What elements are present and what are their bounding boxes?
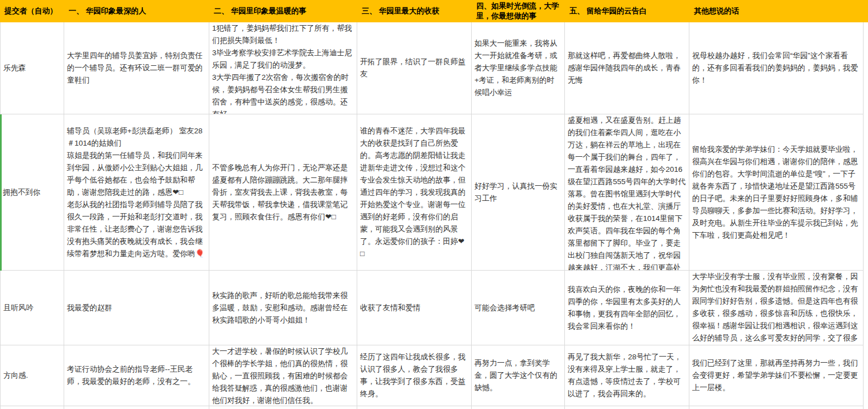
answer-cell[interactable]: 我们已经到了这里，那就再坚持再努力一些，我们会变得更好，希望学弟学妹们不要松懈，… [689,345,864,406]
answer-cell[interactable]: 再努力一点，拿到奖学金，圆了大学这个仅有的缺憾。 [472,345,565,406]
answer-cell[interactable]: 大学毕业没有学士服，没有毕业照，没有聚餐，因为匆忙也没有和我最爱的群姐拍照留作纪… [689,271,864,345]
answer-cell[interactable]: 如果大一能重来，我将从大一开始就准备考研，或者大学里继续多学点技能+考证，和老师… [472,22,565,114]
submitter-cell[interactable]: 方向感. [0,345,64,406]
answer-cell[interactable]: 1犯错了，姜妈妈帮我们扛下了所有，帮我们把损失降到最低！ 3毕业考察学校安排艺术… [209,22,357,114]
answer-cell[interactable]: 谁的青春不迷茫，大学四年我最大的收获是找到了自己所热爱的。高考志愿的阴差阳错让我… [357,114,472,271]
answer-cell[interactable]: 再见了我大新华，28号忙了一天，没有来得及穿上学士服，就走了，有点遗憾，等疫情过… [565,345,689,406]
column-header-q4[interactable]: 四、如果时光倒流，大学里，你最想做的事 [472,0,565,22]
answer-cell[interactable]: 留给我亲爱的学弟学妹们：今天学姐就要毕业啦，很高兴在华园与你们相遇，谢谢你们的陪… [689,114,864,271]
answer-cell[interactable]: 不管多晚总有人为你开门，无论严寒还是盛夏都有人陪你蹦蹦跳跳。大二那年腿摔骨折，室… [209,114,357,271]
empty-cell[interactable] [209,406,357,409]
empty-cell[interactable] [472,406,565,409]
answer-cell[interactable]: 好好学习，认真找一份实习工作 [472,114,565,271]
empty-cell[interactable] [64,406,209,409]
answer-cell[interactable]: 我喜欢白天的你，夜晚的你和一年四季的你，华园里有太多美好的人和事物，更我有四年全… [565,271,689,345]
submitter-name: 拥抱不到你 [3,186,61,199]
empty-cell[interactable] [0,406,64,409]
answer-cell[interactable]: 考证行动协会之前的指导老师--王民老师，我最爱的最好的老师，没有之一。 [64,345,209,406]
answer-cell[interactable]: 辅导员（吴琼老师+彭洪磊老师） 室友28＃1014的姑娘们 琼姐是我的第一任辅导… [64,114,209,271]
table-row-partial [0,406,864,409]
submitter-cell[interactable]: 且听风吟 [0,271,64,345]
answer-cell[interactable]: 经历了这四年让我成长很多，我认识了很多人，教会了我很多事，让我学到了很多东西，受… [357,345,472,406]
empty-cell[interactable] [689,406,864,409]
answer-cell[interactable]: 可能会选择考研吧 [472,271,565,345]
answer-cell[interactable]: 大一才进学校，暑假的时候认识了学校几个很棒的学长学姐，他们真的很热情，很贴心，一… [209,345,357,406]
column-header-q2[interactable]: 二、 华园里印象最温暖的事 [209,0,357,22]
answer-cell[interactable]: 秋实路的歌声，好听的歌总能给我带来很多温暖，鼓励，安慰和感动。感谢曾经在秋实路唱… [209,271,357,345]
selected-row-indicator [0,114,2,271]
table-row: 乐先森 大学里四年的辅导员姜宜婷，特别负责任的一个辅导员。还有环设二班一群可爱的… [0,22,864,114]
answer-cell[interactable]: 那就这样吧，再爱都曲终人散啦，感谢华园伴随我四年的成长，青春无悔 [565,22,689,114]
answer-cell[interactable]: 开拓了眼界，结识了一群良师益友 [357,22,472,114]
answer-cell[interactable]: 祝母校越办越好，我们会常回“华园”这个家看看的，还有多回看看我们的姜妈妈的，姜妈… [689,22,864,114]
answer-cell[interactable]: 大学里四年的辅导员姜宜婷，特别负责任的一个辅导员。还有环设二班一群可爱的童鞋们 [64,22,209,114]
form-responses-sheet: 提交者（自动） 一、 华园印象最深的人 二、 华园里印象最温暖的事 三、 华园里… [0,0,868,409]
submitter-cell[interactable]: 拥抱不到你 [0,114,64,271]
table-row: 且听风吟 我最爱的赵群 秋实路的歌声，好听的歌总能给我带来很多温暖，鼓励，安慰和… [0,271,864,345]
submitter-name: 方向感. [3,369,61,382]
submitter-cell[interactable]: 乐先森 [0,22,64,114]
column-header-q5[interactable]: 五、 留给华园的云告白 [565,0,689,22]
submitter-name: 乐先森 [3,62,61,74]
column-header-q1[interactable]: 一、 华园印象最深的人 [64,0,209,22]
column-header-submitter[interactable]: 提交者（自动） [0,0,64,22]
column-header-other[interactable]: 其他想说的话 [689,0,864,22]
empty-cell[interactable] [565,406,689,409]
column-header-q3[interactable]: 三、 华园里最大的收获 [357,0,472,22]
header-row: 提交者（自动） 一、 华园印象最深的人 二、 华园里印象最温暖的事 三、 华园里… [0,0,868,22]
answer-cell[interactable]: 我最爱的赵群 [64,271,209,345]
table-row-selected: 拥抱不到你 辅导员（吴琼老师+彭洪磊老师） 室友28＃1014的姑娘们 琼姐是我… [0,114,864,271]
answer-cell[interactable]: 盛夏相遇，又在盛夏告别。赶上趟的我们住着豪华四人间，逛吃在小万达，躺在祥云的草地… [565,114,689,271]
answer-cell[interactable]: 收获了友情和爱情 [357,271,472,345]
submitter-name: 且听风吟 [3,302,61,314]
table-row: 方向感. 考证行动协会之前的指导老师--王民老师，我最爱的最好的老师，没有之一。… [0,345,864,406]
empty-cell[interactable] [357,406,472,409]
